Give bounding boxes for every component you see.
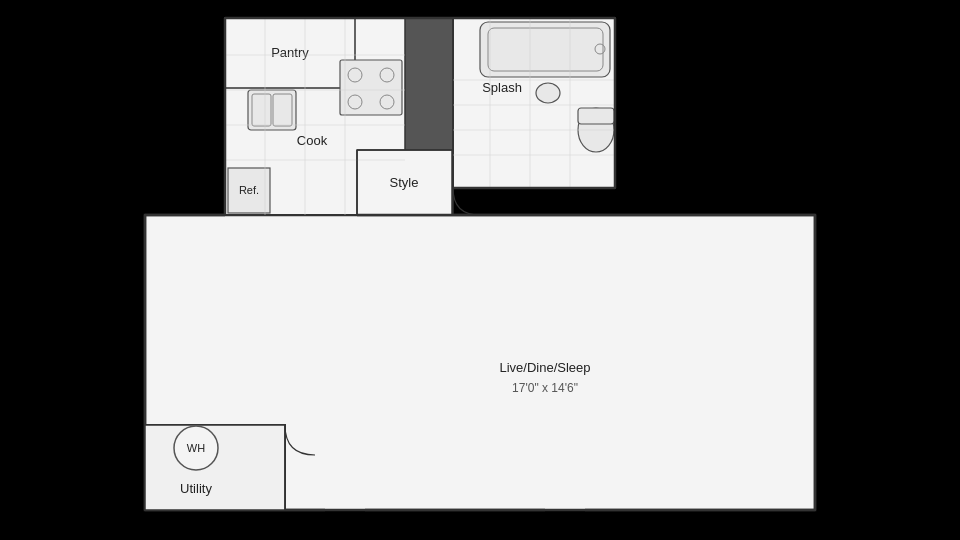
livedinesleep-label: Live/Dine/Sleep xyxy=(499,360,590,375)
pantry-label: Pantry xyxy=(271,45,309,60)
svg-rect-6 xyxy=(480,22,610,77)
utility-label: Utility xyxy=(180,481,212,496)
svg-point-11 xyxy=(536,83,560,103)
livedinesleep-dims: 17'0" x 14'6" xyxy=(512,381,578,395)
svg-rect-19 xyxy=(248,90,296,130)
floorplan-svg: Pantry Splash Style Cook Ref. xyxy=(0,0,960,540)
cook-label: Cook xyxy=(297,133,328,148)
wh-label: WH xyxy=(187,442,205,454)
floorplan-container: Pantry Splash Style Cook Ref. xyxy=(0,0,960,540)
splash-label: Splash xyxy=(482,80,522,95)
svg-rect-10 xyxy=(578,108,614,124)
style-label: Style xyxy=(390,175,419,190)
ref-label: Ref. xyxy=(239,184,259,196)
